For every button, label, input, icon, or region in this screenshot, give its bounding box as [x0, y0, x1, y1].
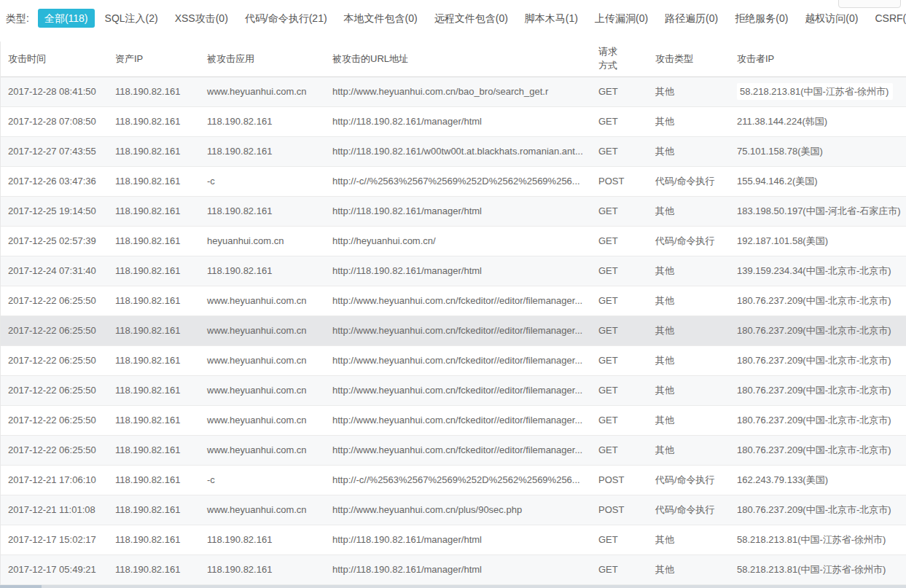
cell-attack-type: 其他: [648, 554, 730, 584]
filter-tab-2[interactable]: XSS攻击(0): [168, 9, 235, 28]
cell-attack-type: 其他: [648, 286, 730, 315]
cell-request-method: POST: [591, 166, 648, 196]
attack-log-table: 攻击时间 资产IP 被攻击应用 被攻击的URL地址 请求方式 攻击类型 攻击者I…: [1, 42, 906, 585]
table-row[interactable]: 2017-12-24 07:31:40118.190.82.161118.190…: [1, 256, 906, 286]
cell-attacked-app: www.heyuanhui.com.cn: [200, 375, 325, 405]
attacker-ip-highlight: 58.218.213.81(中国-江苏省-徐州市): [737, 83, 893, 100]
cell-attacker-ip: 180.76.237.209(中国-北京市-北京市): [730, 435, 906, 465]
cell-attacked-url: http://www.heyuanhui.com.cn/fckeditor//e…: [325, 405, 591, 435]
cell-attacked-app: www.heyuanhui.com.cn: [200, 405, 325, 435]
filter-tab-8[interactable]: 路径遍历(0): [658, 9, 725, 28]
table-row[interactable]: 2017-12-26 03:47:36118.190.82.161-chttp:…: [1, 166, 906, 196]
cell-attacker-ip: 180.76.237.209(中国-北京市-北京市): [730, 345, 906, 375]
cell-request-method: GET: [591, 375, 648, 405]
cell-attacker-ip: 180.76.237.209(中国-北京市-北京市): [730, 405, 906, 435]
cell-attacker-ip: 58.218.213.81(中国-江苏省-徐州市): [730, 554, 906, 584]
cell-asset-ip: 118.190.82.161: [108, 136, 200, 166]
cell-request-method: GET: [591, 106, 648, 136]
col-header-attacker-ip: 攻击者IP: [730, 42, 906, 77]
cell-attacked-url: http://www.heyuanhui.com.cn/plus/90sec.p…: [325, 495, 591, 525]
cell-attacker-ip: 180.76.237.209(中国-北京市-北京市): [730, 495, 906, 525]
cell-request-method: GET: [591, 554, 648, 584]
cell-request-method: POST: [591, 465, 648, 495]
cell-attack-time: 2017-12-17 05:49:21: [1, 554, 108, 584]
cell-attack-time: 2017-12-26 03:47:36: [1, 166, 108, 196]
cell-attacked-app: 118.190.82.161: [200, 196, 325, 226]
filter-tab-6[interactable]: 脚本木马(1): [518, 9, 585, 28]
table-row[interactable]: 2017-12-28 08:41:50118.190.82.161www.hey…: [1, 77, 906, 106]
cell-attack-time: 2017-12-25 19:14:50: [1, 196, 108, 226]
cell-asset-ip: 118.190.82.161: [108, 166, 200, 196]
cell-attack-time: 2017-12-24 07:31:40: [1, 256, 108, 286]
cell-attack-time: 2017-12-22 06:25:50: [1, 435, 108, 465]
bottom-edge-strip: [0, 585, 906, 588]
table-row[interactable]: 2017-12-21 17:06:10118.190.82.161-chttp:…: [1, 465, 906, 495]
attack-log-page: 类型: 全部(118)SQL注入(2)XSS攻击(0)代码/命令执行(21)本地…: [0, 0, 906, 585]
cell-request-method: GET: [591, 77, 648, 106]
table-row[interactable]: 2017-12-17 05:49:21118.190.82.161118.190…: [1, 554, 906, 584]
cell-attack-type: 其他: [648, 196, 730, 226]
table-row[interactable]: 2017-12-25 19:14:50118.190.82.161118.190…: [1, 196, 906, 226]
table-row[interactable]: 2017-12-22 06:25:50118.190.82.161www.hey…: [1, 405, 906, 435]
table-row[interactable]: 2017-12-22 06:25:50118.190.82.161www.hey…: [1, 375, 906, 405]
table-row[interactable]: 2017-12-22 06:25:50118.190.82.161www.hey…: [1, 345, 906, 375]
col-header-attacked-url: 被攻击的URL地址: [325, 42, 591, 77]
table-row[interactable]: 2017-12-28 07:08:50118.190.82.161118.190…: [1, 106, 906, 136]
table-row[interactable]: 2017-12-17 15:02:17118.190.82.161118.190…: [1, 525, 906, 554]
cell-request-method: GET: [591, 256, 648, 286]
cell-attacker-ip: 180.76.237.209(中国-北京市-北京市): [730, 286, 906, 315]
cell-request-method: GET: [591, 196, 648, 226]
cell-attack-type: 代码/命令执行: [648, 226, 730, 256]
cell-attacker-ip: 58.218.213.81(中国-江苏省-徐州市): [730, 77, 906, 106]
cell-attack-time: 2017-12-22 06:25:50: [1, 315, 108, 345]
cell-attack-type: 其他: [648, 136, 730, 166]
filter-tab-4[interactable]: 本地文件包含(0): [337, 9, 424, 28]
cell-attacked-url: http://www.heyuanhui.com.cn/fckeditor//e…: [325, 345, 591, 375]
cell-asset-ip: 118.190.82.161: [108, 465, 200, 495]
filter-tab-9[interactable]: 拒绝服务(0): [728, 9, 794, 28]
cell-asset-ip: 118.190.82.161: [108, 435, 200, 465]
cell-attacked-url: http://118.190.82.161/manager/html: [325, 525, 591, 554]
col-header-request-method: 请求方式: [591, 42, 648, 77]
cell-attacker-ip: 58.218.213.81(中国-江苏省-徐州市): [730, 525, 906, 554]
cell-attacked-url: http://118.190.82.161/manager/html: [325, 196, 591, 226]
cell-asset-ip: 118.190.82.161: [108, 345, 200, 375]
col-header-attacked-app: 被攻击应用: [200, 42, 325, 77]
cell-attack-time: 2017-12-22 06:25:50: [1, 375, 108, 405]
table-row[interactable]: 2017-12-25 02:57:39118.190.82.161heyuanh…: [1, 226, 906, 256]
col-header-request-method-label: 请求方式: [598, 45, 619, 73]
filter-tab-10[interactable]: 越权访问(0): [798, 9, 864, 28]
cell-request-method: GET: [591, 405, 648, 435]
cell-attacked-app: 118.190.82.161: [200, 554, 325, 584]
cell-asset-ip: 118.190.82.161: [108, 286, 200, 315]
cell-asset-ip: 118.190.82.161: [108, 554, 200, 584]
table-row[interactable]: 2017-12-27 07:43:55118.190.82.161118.190…: [1, 136, 906, 166]
filter-tab-0[interactable]: 全部(118): [38, 9, 95, 28]
cell-attacked-app: heyuanhui.com.cn: [200, 226, 325, 256]
cell-request-method: GET: [591, 435, 648, 465]
cell-attacker-ip: 183.198.50.197(中国-河北省-石家庄市): [730, 196, 906, 226]
bottom-edge-strip-accent: [0, 585, 42, 588]
cell-attacked-app: www.heyuanhui.com.cn: [200, 286, 325, 315]
cell-attacked-app: -c: [200, 166, 325, 196]
table-row[interactable]: 2017-12-22 06:25:50118.190.82.161www.hey…: [1, 286, 906, 315]
cell-asset-ip: 118.190.82.161: [108, 375, 200, 405]
table-row[interactable]: 2017-12-22 06:25:50118.190.82.161www.hey…: [1, 315, 906, 345]
filter-tab-11[interactable]: CSRF(0): [868, 9, 906, 28]
filter-tab-7[interactable]: 上传漏洞(0): [588, 9, 655, 28]
cell-attack-time: 2017-12-28 07:08:50: [1, 106, 108, 136]
table-row[interactable]: 2017-12-21 11:01:08118.190.82.161www.hey…: [1, 495, 906, 525]
cell-attack-type: 其他: [648, 77, 730, 106]
cell-attack-time: 2017-12-21 17:06:10: [1, 465, 108, 495]
filter-tab-3[interactable]: 代码/命令执行(21): [238, 9, 334, 28]
cell-request-method: GET: [591, 525, 648, 554]
top-right-partial-button[interactable]: [838, 0, 901, 8]
filter-tabs: 全部(118)SQL注入(2)XSS攻击(0)代码/命令执行(21)本地文件包含…: [38, 9, 906, 28]
cell-attacked-app: 118.190.82.161: [200, 525, 325, 554]
filter-tab-1[interactable]: SQL注入(2): [98, 9, 165, 28]
filter-tab-5[interactable]: 远程文件包含(0): [428, 9, 515, 28]
cell-attacker-ip: 75.101.158.78(美国): [730, 136, 906, 166]
cell-attack-type: 其他: [648, 106, 730, 136]
cell-attacked-app: www.heyuanhui.com.cn: [200, 495, 325, 525]
table-row[interactable]: 2017-12-22 06:25:50118.190.82.161www.hey…: [1, 435, 906, 465]
